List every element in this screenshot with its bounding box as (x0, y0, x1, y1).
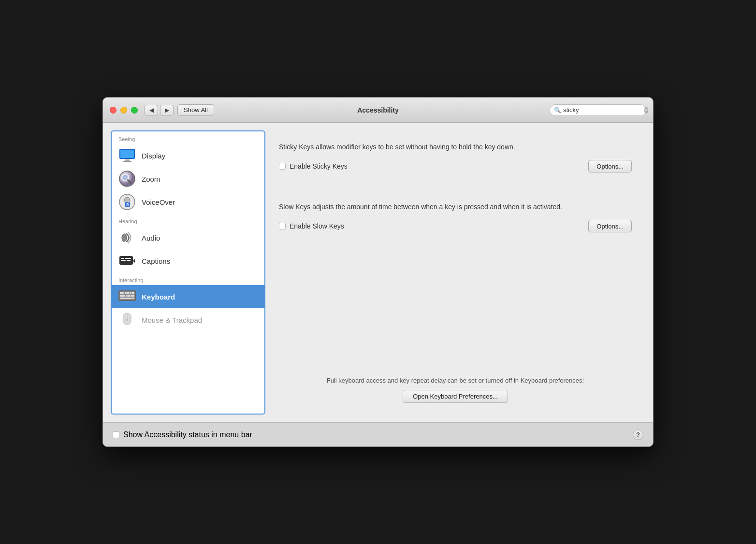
slow-keys-options-button[interactable]: Options... (588, 220, 632, 232)
svg-rect-21 (122, 292, 124, 294)
sidebar-section-interacting: Interacting (112, 272, 264, 285)
slow-keys-description: Slow Keys adjusts the amount of time bet… (279, 202, 632, 212)
search-input[interactable] (563, 106, 644, 114)
captions-icon (118, 252, 136, 270)
mouse-icon (118, 311, 136, 329)
keyboard-prefs-section: Full keyboard access and key repeat dela… (279, 376, 632, 403)
sticky-keys-option-left: Enable Sticky Keys (279, 162, 348, 170)
svg-rect-15 (125, 258, 131, 259)
forward-button[interactable]: ▶ (160, 105, 174, 115)
svg-rect-2 (125, 159, 130, 161)
sticky-keys-options-button[interactable]: Options... (588, 160, 632, 172)
svg-rect-30 (131, 295, 134, 297)
enable-slow-keys-label: Enable Slow Keys (290, 222, 344, 230)
svg-rect-24 (130, 292, 131, 294)
svg-point-12 (122, 234, 127, 242)
svg-rect-27 (123, 295, 125, 297)
svg-rect-33 (131, 298, 134, 299)
svg-rect-29 (128, 295, 130, 297)
sidebar-item-captions[interactable]: Captions (112, 249, 264, 272)
section-divider (279, 192, 632, 192)
sticky-keys-section: Sticky Keys allows modifier keys to be s… (279, 142, 632, 180)
enable-slow-keys-checkbox[interactable] (279, 223, 286, 229)
keyboard-prefs-text: Full keyboard access and key repeat dela… (279, 376, 632, 386)
voiceover-icon: ♿ (118, 193, 136, 211)
sidebar-item-label-display: Display (142, 152, 165, 160)
svg-rect-25 (132, 292, 134, 294)
enable-sticky-keys-checkbox[interactable] (279, 163, 286, 170)
svg-rect-20 (120, 292, 122, 294)
content-area: Seeing Display (103, 123, 653, 422)
show-all-button[interactable]: Show All (177, 104, 214, 116)
bottom-left: Show Accessibility status in menu bar (113, 430, 252, 439)
sidebar-item-label-voiceover: VoiceOver (142, 198, 175, 206)
svg-rect-28 (126, 295, 128, 297)
sidebar-item-keyboard[interactable]: Keyboard (112, 285, 264, 308)
window-title: Accessibility (357, 106, 399, 114)
enable-sticky-keys-label: Enable Sticky Keys (290, 162, 348, 170)
svg-rect-16 (121, 260, 126, 261)
accessibility-status-label: Show Accessibility status in menu bar (123, 430, 252, 439)
sidebar-item-zoom[interactable]: Zoom (112, 167, 264, 190)
display-icon (118, 147, 136, 164)
sidebar-item-audio[interactable]: Audio (112, 226, 264, 249)
search-box: 🔍 ✕ (550, 104, 646, 116)
search-clear-button[interactable]: ✕ (644, 107, 648, 114)
minimize-button[interactable] (120, 107, 127, 114)
sidebar-item-label-zoom: Zoom (142, 175, 160, 183)
sticky-keys-row: Enable Sticky Keys Options... (279, 160, 632, 180)
right-panel: Sticky Keys allows modifier keys to be s… (265, 130, 645, 415)
svg-rect-1 (120, 150, 134, 158)
sidebar: Seeing Display (111, 130, 265, 415)
slow-keys-row: Enable Slow Keys Options... (279, 220, 632, 240)
svg-rect-32 (124, 298, 131, 299)
sidebar-item-mouse[interactable]: Mouse & Trackpad (112, 308, 264, 331)
sidebar-item-label-audio: Audio (142, 234, 160, 242)
help-button[interactable]: ? (633, 429, 643, 440)
sidebar-section-hearing: Hearing (112, 214, 264, 226)
sticky-keys-description: Sticky Keys allows modifier keys to be s… (279, 142, 632, 152)
close-button[interactable] (110, 107, 116, 114)
svg-point-36 (126, 318, 128, 321)
bottom-bar: Show Accessibility status in menu bar ? (103, 422, 653, 446)
nav-buttons: ◀ ▶ (145, 105, 174, 115)
svg-rect-31 (120, 298, 124, 299)
sidebar-item-label-captions: Captions (142, 257, 170, 265)
svg-rect-3 (123, 161, 131, 162)
zoom-icon (118, 170, 136, 187)
svg-text:♿: ♿ (125, 201, 131, 207)
svg-rect-26 (120, 295, 123, 297)
slow-keys-option-left: Enable Slow Keys (279, 222, 344, 230)
maximize-button[interactable] (131, 107, 138, 114)
open-keyboard-prefs-button[interactable]: Open Keyboard Preferences... (403, 390, 508, 403)
search-icon: 🔍 (554, 107, 561, 114)
svg-rect-14 (121, 258, 124, 259)
window: ◀ ▶ Show All Accessibility 🔍 ✕ Seeing (102, 97, 654, 447)
svg-rect-17 (127, 260, 131, 261)
sidebar-item-label-keyboard: Keyboard (142, 293, 175, 301)
titlebar: ◀ ▶ Show All Accessibility 🔍 ✕ (103, 98, 653, 123)
svg-rect-22 (125, 292, 127, 294)
svg-point-8 (126, 177, 129, 180)
audio-icon (118, 229, 136, 246)
traffic-lights (110, 107, 138, 114)
back-button[interactable]: ◀ (145, 105, 158, 115)
sidebar-section-seeing: Seeing (112, 131, 264, 144)
keyboard-icon (118, 288, 136, 305)
sidebar-item-label-mouse: Mouse & Trackpad (142, 316, 202, 324)
accessibility-status-checkbox[interactable] (113, 431, 119, 438)
slow-keys-section: Slow Keys adjusts the amount of time bet… (279, 202, 632, 240)
svg-rect-23 (127, 292, 129, 294)
sidebar-item-display[interactable]: Display (112, 144, 264, 167)
sidebar-item-voiceover[interactable]: ♿ VoiceOver (112, 190, 264, 214)
